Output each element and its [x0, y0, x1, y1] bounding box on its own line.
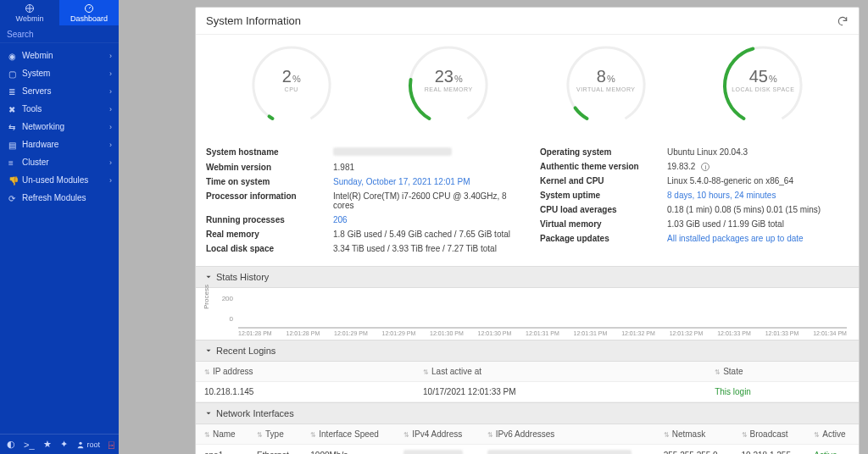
fact-label: Real memory [206, 230, 333, 239]
settings-icon[interactable]: ✦ [60, 439, 68, 450]
th-state[interactable]: ⇅State [706, 362, 859, 382]
network-interfaces-header[interactable]: Network Interfaces [196, 402, 859, 424]
fact-row: Webmin version1.981 [206, 160, 515, 174]
cell-mask: 255.255.255.0 [655, 445, 733, 455]
stats-plot [238, 295, 847, 329]
fact-value: 1.981 [333, 163, 515, 172]
server-icon: ≣ [8, 87, 17, 96]
sidebar-item-cluster[interactable]: ≡Cluster› [0, 153, 119, 171]
gauge-virtual-memory: 8%VIRTUAL MEMORY [527, 43, 685, 128]
fact-link[interactable]: 8 days, 10 hours, 24 minutes [667, 191, 776, 200]
sidebar-item-networking[interactable]: ⇆Networking› [0, 118, 119, 136]
sidebar-item-un-used-modules[interactable]: 👎Un-used Modules› [0, 171, 119, 189]
chevron-right-icon: › [109, 105, 112, 114]
x-tick: 12:01:33 PM [765, 330, 799, 336]
cell-last: 10/17/2021 12:01:33 PM [415, 382, 706, 402]
fact-value: Intel(R) Core(TM) i7-2600 CPU @ 3.40GHz,… [333, 191, 515, 210]
sort-icon: ⇅ [664, 431, 670, 439]
fact-value: 3.34 TiB used / 3.93 TiB free / 7.27 TiB… [333, 244, 515, 253]
sort-icon: ⇅ [715, 368, 721, 376]
fact-row: Package updatesAll installed packages ar… [540, 231, 849, 246]
gauge-value: 23 [435, 67, 453, 86]
svg-point-3 [79, 441, 81, 444]
fact-label: Local disk space [206, 244, 333, 253]
x-tick: 12:01:31 PM [526, 330, 559, 336]
cell-ipv4 [395, 445, 478, 455]
sidebar-item-label: System [22, 69, 50, 78]
fact-link[interactable]: Sunday, October 17, 2021 12:01 PM [333, 177, 470, 186]
gauge-label: REAL MEMORY [393, 86, 504, 92]
sort-icon: ⇅ [487, 431, 493, 439]
sidebar-item-label: Hardware [22, 140, 58, 149]
sort-icon: ⇅ [257, 431, 263, 439]
fact-label: Operating system [540, 147, 667, 157]
fact-row: Virtual memory1.03 GiB used / 11.99 GiB … [540, 217, 849, 231]
current-user[interactable]: root [76, 440, 101, 449]
fact-link[interactable]: 206 [333, 215, 348, 224]
th-last[interactable]: ⇅Last active at [415, 362, 706, 382]
fact-link[interactable]: All installed packages are up to date [667, 234, 804, 243]
cell-ipv6 [479, 445, 655, 455]
recent-logins-header[interactable]: Recent Logins [196, 340, 859, 362]
user-icon [76, 440, 85, 449]
fact-value: 1.8 GiB used / 5.49 GiB cached / 7.65 Gi… [333, 230, 515, 239]
fact-value: 206 [333, 215, 515, 224]
fact-value: All installed packages are up to date [667, 234, 849, 243]
fact-value: 19.83.2 i [667, 162, 849, 171]
sidebar-item-refresh-modules[interactable]: ⟳Refresh Modules [0, 189, 119, 207]
fact-row: System uptime8 days, 10 hours, 24 minute… [540, 188, 849, 202]
stats-y-axis: 200 Process 0 [204, 295, 233, 323]
th-speed[interactable]: ⇅Interface Speed [302, 424, 395, 445]
night-mode-icon[interactable]: ◐ [7, 439, 15, 450]
facts-left-column: System hostnameWebmin version1.981Time o… [206, 145, 515, 256]
sidebar-item-hardware[interactable]: ▤Hardware› [0, 136, 119, 153]
cell-active: Active [805, 445, 859, 455]
th-active[interactable]: ⇅Active [805, 424, 859, 445]
x-tick: 12:01:30 PM [478, 330, 512, 336]
th-ip[interactable]: ⇅IP address [196, 362, 415, 382]
chevron-right-icon: › [109, 176, 112, 185]
th-ipv6[interactable]: ⇅IPv6 Addresses [479, 424, 655, 445]
redacted-value [487, 450, 632, 454]
th-name[interactable]: ⇅Name [196, 424, 248, 445]
th-ipv4[interactable]: ⇅IPv4 Address [395, 424, 478, 445]
gauge-value: 8 [597, 67, 606, 86]
sidebar-item-tools[interactable]: ✖Tools› [0, 100, 119, 118]
gauge-label: LOCAL DISK SPACE [708, 86, 818, 92]
sidebar-item-label: Refresh Modules [22, 193, 86, 202]
thumb-icon: 👎 [8, 176, 17, 185]
sidebar-item-label: Tools [22, 104, 42, 114]
sidebar-item-label: Servers [22, 86, 51, 96]
gauge-label: VIRTUAL MEMORY [551, 86, 661, 92]
hdd-icon: ▤ [8, 141, 17, 149]
tab-dashboard[interactable]: Dashboard [59, 0, 119, 25]
stack-icon: ≡ [8, 158, 17, 167]
sidebar-item-webmin[interactable]: ◉Webmin› [0, 47, 119, 64]
caret-down-icon [204, 409, 213, 418]
star-icon[interactable]: ★ [43, 439, 52, 450]
refresh-icon[interactable] [837, 15, 849, 27]
chevron-right-icon: › [109, 123, 112, 131]
th-type[interactable]: ⇅Type [248, 424, 302, 445]
sidebar-item-servers[interactable]: ≣Servers› [0, 82, 119, 100]
th-mask[interactable]: ⇅Netmask [655, 424, 733, 445]
logout-icon[interactable]: ⍈ [108, 440, 114, 450]
stats-history-header[interactable]: Stats History [196, 266, 859, 288]
x-tick: 12:01:29 PM [382, 330, 416, 336]
webmin-icon [25, 3, 35, 14]
sidebar-item-label: Networking [22, 122, 64, 131]
facts-right-column: Operating systemUbuntu Linux 20.04.3Auth… [540, 145, 849, 256]
active-badge: Active [814, 451, 837, 455]
th-bcast[interactable]: ⇅Broadcast [733, 424, 806, 445]
x-tick: 12:01:28 PM [287, 330, 320, 336]
search-input[interactable] [7, 30, 114, 39]
cell-type: Ethernet [248, 445, 302, 455]
tab-webmin[interactable]: Webmin [0, 0, 59, 25]
fact-label: Processor information [206, 191, 333, 210]
terminal-icon[interactable]: >_ [24, 440, 35, 450]
sidebar-item-system[interactable]: ▢System› [0, 64, 119, 82]
bottom-toolbar: ◐ >_ ★ ✦ root ⍈ [0, 434, 119, 454]
stats-history-body: 200 Process 0 12:01:28 PM12:01:28 PM12:0… [196, 288, 859, 340]
info-icon[interactable]: i [701, 163, 709, 171]
network-interfaces-title: Network Interfaces [216, 408, 294, 418]
